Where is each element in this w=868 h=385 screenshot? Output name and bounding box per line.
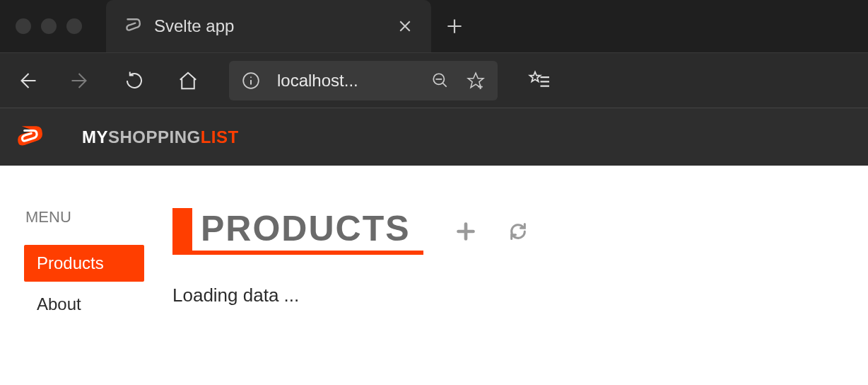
menu-heading: MENU (24, 208, 144, 226)
favorite-add-icon[interactable] (467, 71, 485, 90)
tab-strip: Svelte app (0, 0, 868, 52)
page-body: MENU Products About PRODUCTS Loading dat… (0, 166, 868, 327)
home-button[interactable] (175, 68, 201, 93)
address-bar[interactable]: localhost... (229, 61, 498, 100)
svelte-favicon-icon (123, 17, 141, 35)
forward-button[interactable] (68, 68, 93, 93)
reload-button[interactable] (122, 68, 147, 93)
page-title: PRODUCTS (192, 208, 423, 251)
tab-title: Svelte app (154, 16, 386, 36)
brand: MYSHOPPINGLIST (82, 127, 239, 147)
svelte-logo-icon (16, 124, 42, 151)
back-button[interactable] (14, 68, 40, 93)
browser-toolbar: localhost... (0, 52, 868, 108)
window-close-button[interactable] (16, 18, 31, 34)
browser-chrome: Svelte app localhost... (0, 0, 868, 108)
sidebar: MENU Products About (24, 208, 144, 327)
address-text: localhost... (277, 71, 414, 91)
tab-close-icon[interactable] (399, 20, 411, 33)
sidebar-item-products[interactable]: Products (24, 245, 144, 282)
favorites-list-icon[interactable] (526, 68, 551, 93)
window-maximize-button[interactable] (66, 18, 82, 34)
new-tab-button[interactable] (447, 18, 462, 34)
zoom-out-icon[interactable] (431, 71, 450, 90)
brand-part-1: MY (82, 127, 108, 146)
refresh-button[interactable] (508, 222, 528, 241)
brand-part-3: LIST (201, 127, 239, 146)
tab-svelte-app[interactable]: Svelte app (106, 0, 431, 52)
brand-part-2: SHOPPING (108, 127, 201, 146)
app-header: MYSHOPPINGLIST (0, 108, 868, 166)
title-accent-bar (172, 208, 192, 251)
site-info-icon[interactable] (242, 71, 260, 90)
page-title-row: PRODUCTS (172, 208, 847, 255)
window-controls (0, 18, 82, 34)
sidebar-item-about[interactable]: About (24, 286, 144, 323)
main: PRODUCTS Loading data ... (172, 208, 847, 327)
window-minimize-button[interactable] (41, 18, 57, 34)
add-product-button[interactable] (456, 222, 476, 241)
loading-status: Loading data ... (172, 285, 847, 306)
page-title-block: PRODUCTS (172, 208, 423, 255)
